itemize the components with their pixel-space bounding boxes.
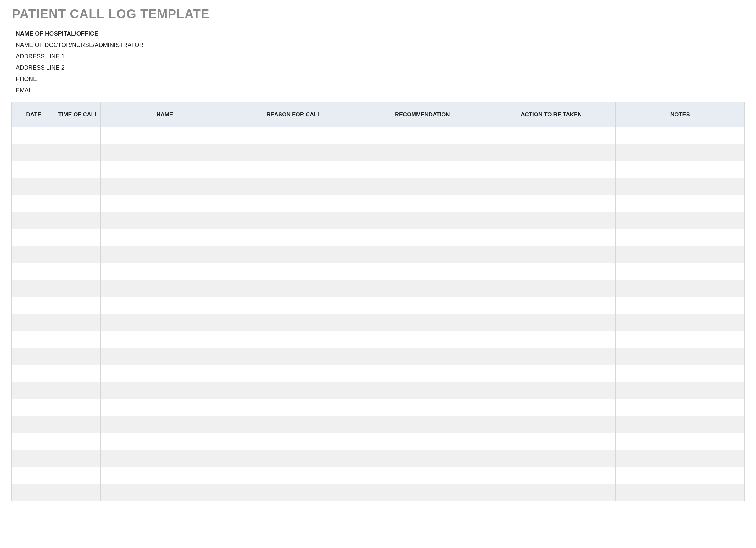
cell-notes[interactable] (616, 280, 745, 297)
cell-recommendation[interactable] (358, 297, 487, 314)
cell-reason[interactable] (229, 365, 358, 382)
cell-reason[interactable] (229, 433, 358, 450)
cell-time[interactable] (56, 433, 100, 450)
cell-recommendation[interactable] (358, 263, 487, 280)
cell-name[interactable] (100, 195, 229, 212)
cell-date[interactable] (12, 263, 56, 280)
cell-notes[interactable] (616, 161, 745, 178)
cell-notes[interactable] (616, 297, 745, 314)
cell-notes[interactable] (616, 127, 745, 144)
cell-date[interactable] (12, 382, 56, 399)
cell-notes[interactable] (616, 399, 745, 416)
cell-recommendation[interactable] (358, 178, 487, 195)
cell-action[interactable] (487, 484, 616, 501)
cell-name[interactable] (100, 331, 229, 348)
cell-time[interactable] (56, 195, 100, 212)
phone-field[interactable]: PHONE (16, 73, 745, 85)
cell-notes[interactable] (616, 382, 745, 399)
cell-notes[interactable] (616, 467, 745, 484)
cell-date[interactable] (12, 348, 56, 365)
cell-time[interactable] (56, 399, 100, 416)
cell-notes[interactable] (616, 246, 745, 263)
cell-action[interactable] (487, 314, 616, 331)
cell-recommendation[interactable] (358, 127, 487, 144)
cell-date[interactable] (12, 161, 56, 178)
cell-reason[interactable] (229, 229, 358, 246)
cell-reason[interactable] (229, 331, 358, 348)
cell-reason[interactable] (229, 144, 358, 161)
hospital-name-field[interactable]: NAME OF HOSPITAL/OFFICE (16, 28, 745, 39)
cell-reason[interactable] (229, 484, 358, 501)
cell-time[interactable] (56, 450, 100, 467)
cell-recommendation[interactable] (358, 382, 487, 399)
cell-action[interactable] (487, 178, 616, 195)
cell-action[interactable] (487, 246, 616, 263)
cell-action[interactable] (487, 382, 616, 399)
cell-notes[interactable] (616, 348, 745, 365)
cell-recommendation[interactable] (358, 246, 487, 263)
cell-recommendation[interactable] (358, 399, 487, 416)
cell-action[interactable] (487, 195, 616, 212)
cell-name[interactable] (100, 314, 229, 331)
cell-date[interactable] (12, 212, 56, 229)
cell-reason[interactable] (229, 348, 358, 365)
cell-name[interactable] (100, 433, 229, 450)
cell-notes[interactable] (616, 314, 745, 331)
cell-name[interactable] (100, 212, 229, 229)
cell-date[interactable] (12, 144, 56, 161)
cell-reason[interactable] (229, 246, 358, 263)
doctor-name-field[interactable]: NAME OF DOCTOR/NURSE/ADMINISTRATOR (16, 39, 745, 51)
cell-reason[interactable] (229, 263, 358, 280)
cell-action[interactable] (487, 280, 616, 297)
cell-action[interactable] (487, 348, 616, 365)
cell-time[interactable] (56, 484, 100, 501)
cell-name[interactable] (100, 246, 229, 263)
cell-date[interactable] (12, 450, 56, 467)
cell-notes[interactable] (616, 484, 745, 501)
cell-recommendation[interactable] (358, 348, 487, 365)
cell-reason[interactable] (229, 399, 358, 416)
cell-recommendation[interactable] (358, 212, 487, 229)
cell-date[interactable] (12, 467, 56, 484)
cell-name[interactable] (100, 348, 229, 365)
cell-reason[interactable] (229, 382, 358, 399)
cell-recommendation[interactable] (358, 280, 487, 297)
cell-time[interactable] (56, 467, 100, 484)
cell-name[interactable] (100, 467, 229, 484)
email-field[interactable]: EMAIL (16, 85, 745, 96)
cell-time[interactable] (56, 161, 100, 178)
cell-date[interactable] (12, 365, 56, 382)
cell-recommendation[interactable] (358, 416, 487, 433)
cell-action[interactable] (487, 212, 616, 229)
cell-time[interactable] (56, 246, 100, 263)
cell-time[interactable] (56, 263, 100, 280)
cell-action[interactable] (487, 229, 616, 246)
cell-date[interactable] (12, 314, 56, 331)
cell-name[interactable] (100, 178, 229, 195)
cell-time[interactable] (56, 331, 100, 348)
cell-reason[interactable] (229, 178, 358, 195)
cell-reason[interactable] (229, 297, 358, 314)
cell-reason[interactable] (229, 467, 358, 484)
cell-reason[interactable] (229, 212, 358, 229)
cell-notes[interactable] (616, 212, 745, 229)
cell-notes[interactable] (616, 144, 745, 161)
address-line-2-field[interactable]: ADDRESS LINE 2 (16, 62, 745, 73)
cell-recommendation[interactable] (358, 195, 487, 212)
cell-reason[interactable] (229, 280, 358, 297)
cell-time[interactable] (56, 178, 100, 195)
cell-name[interactable] (100, 416, 229, 433)
cell-recommendation[interactable] (358, 161, 487, 178)
cell-notes[interactable] (616, 178, 745, 195)
cell-recommendation[interactable] (358, 365, 487, 382)
cell-name[interactable] (100, 382, 229, 399)
cell-reason[interactable] (229, 127, 358, 144)
cell-name[interactable] (100, 365, 229, 382)
cell-name[interactable] (100, 297, 229, 314)
cell-notes[interactable] (616, 331, 745, 348)
cell-notes[interactable] (616, 416, 745, 433)
cell-reason[interactable] (229, 450, 358, 467)
cell-recommendation[interactable] (358, 144, 487, 161)
cell-time[interactable] (56, 212, 100, 229)
cell-notes[interactable] (616, 195, 745, 212)
